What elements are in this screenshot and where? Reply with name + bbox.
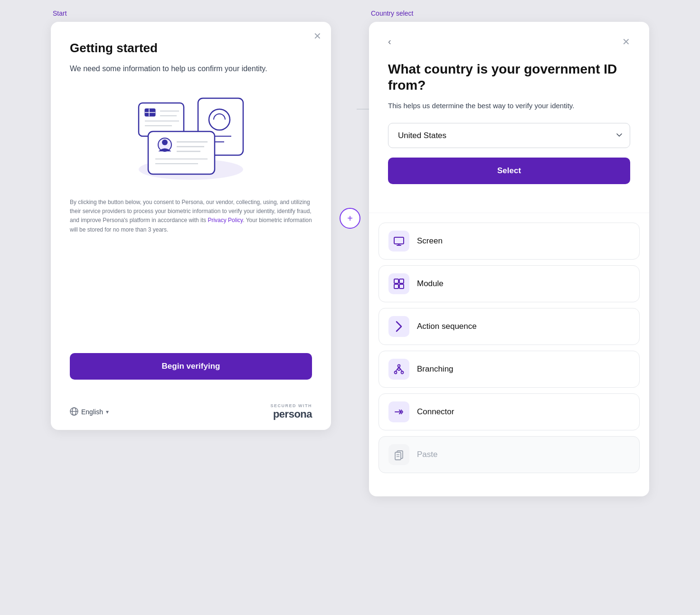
paste-icon-bg	[388, 444, 409, 465]
component-list: Screen Module	[369, 223, 649, 483]
language-label: English	[81, 408, 103, 416]
screen-label: Screen	[417, 236, 443, 246]
svg-rect-28	[399, 279, 404, 283]
svg-rect-38	[395, 452, 401, 460]
left-close-button[interactable]: ✕	[313, 31, 322, 41]
back-button[interactable]: ‹	[388, 36, 391, 47]
module-icon	[393, 278, 405, 289]
svg-point-32	[395, 371, 397, 373]
right-section: Country select ‹ ✕ What country is your …	[369, 0, 649, 496]
component-item-screen[interactable]: Screen	[378, 223, 640, 260]
privacy-policy-link[interactable]: Privacy Policy	[208, 217, 243, 224]
consent-text: By clicking the button below, you consen…	[70, 198, 312, 234]
svg-rect-29	[394, 284, 398, 289]
right-card-title: What country is your government ID from?	[388, 61, 630, 93]
right-card: ‹ ✕ What country is your government ID f…	[369, 22, 649, 496]
persona-logo: persona	[273, 408, 312, 420]
begin-verifying-button[interactable]: Begin verifying	[70, 353, 312, 380]
branching-icon	[393, 363, 405, 375]
right-card-header: ‹ ✕	[388, 36, 630, 47]
connector-icon-bg	[388, 401, 409, 422]
left-card-title: Getting started	[70, 41, 312, 56]
svg-rect-30	[399, 284, 404, 289]
component-item-module[interactable]: Module	[378, 265, 640, 302]
svg-point-15	[162, 140, 168, 145]
left-section: Start ✕ Getting started We need some inf…	[51, 0, 331, 430]
module-icon-bg	[388, 273, 409, 294]
paste-label: Paste	[417, 450, 437, 459]
divider	[369, 213, 649, 213]
language-dropdown-arrow: ▾	[106, 409, 109, 415]
left-card: ✕ Getting started We need some informati…	[51, 22, 331, 430]
action-sequence-label: Action sequence	[417, 322, 477, 331]
svg-rect-24	[394, 237, 404, 244]
right-close-button[interactable]: ✕	[622, 37, 630, 47]
svg-point-36	[398, 368, 400, 370]
component-item-connector[interactable]: Connector	[378, 393, 640, 430]
left-card-body: Getting started We need some information…	[51, 22, 331, 353]
svg-point-33	[401, 371, 404, 373]
action-sequence-icon-bg	[388, 316, 409, 337]
persona-brand: SECURED WITH persona	[271, 403, 312, 420]
left-tab-label: Start	[51, 9, 67, 17]
svg-rect-13	[148, 131, 215, 174]
select-button[interactable]: Select	[388, 158, 630, 184]
left-card-subtitle: We need some information to help us conf…	[70, 63, 312, 75]
language-selector[interactable]: English ▾	[70, 407, 109, 417]
svg-rect-27	[394, 279, 398, 283]
card-footer: English ▾ SECURED WITH persona	[51, 394, 331, 430]
globe-icon	[70, 407, 78, 417]
screen-icon	[393, 235, 405, 247]
connector-icon	[393, 406, 405, 418]
component-item-branching[interactable]: Branching	[378, 351, 640, 388]
module-label: Module	[417, 279, 444, 289]
branching-label: Branching	[417, 364, 454, 374]
right-tab-label: Country select	[369, 9, 413, 17]
component-item-paste[interactable]: Paste	[378, 436, 640, 473]
component-item-action-sequence[interactable]: Action sequence	[378, 308, 640, 345]
add-step-button[interactable]: +	[340, 208, 360, 229]
right-card-body: ‹ ✕ What country is your government ID f…	[369, 22, 649, 213]
id-illustration	[70, 89, 312, 184]
connector-area: +	[331, 0, 369, 218]
svg-point-31	[398, 364, 400, 367]
secured-with-text: SECURED WITH	[271, 403, 312, 408]
branching-icon-bg	[388, 359, 409, 380]
connector-label: Connector	[417, 407, 454, 417]
action-sequence-icon	[393, 321, 405, 332]
country-select[interactable]: United States	[388, 123, 630, 148]
screen-icon-bg	[388, 231, 409, 252]
right-card-subtitle: This helps us determine the best way to …	[388, 101, 630, 112]
paste-icon	[393, 449, 405, 460]
